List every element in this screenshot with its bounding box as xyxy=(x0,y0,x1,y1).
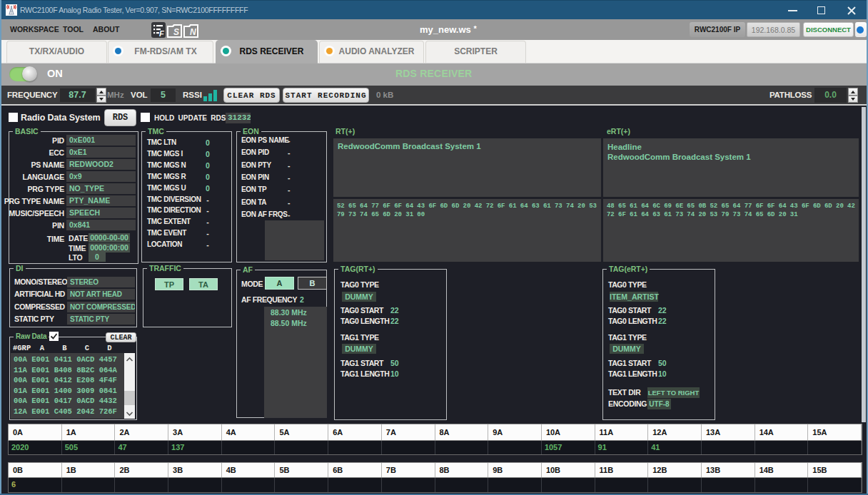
svg-text:N: N xyxy=(190,27,196,37)
svg-text:F: F xyxy=(159,29,164,38)
svg-text:S: S xyxy=(173,27,179,37)
